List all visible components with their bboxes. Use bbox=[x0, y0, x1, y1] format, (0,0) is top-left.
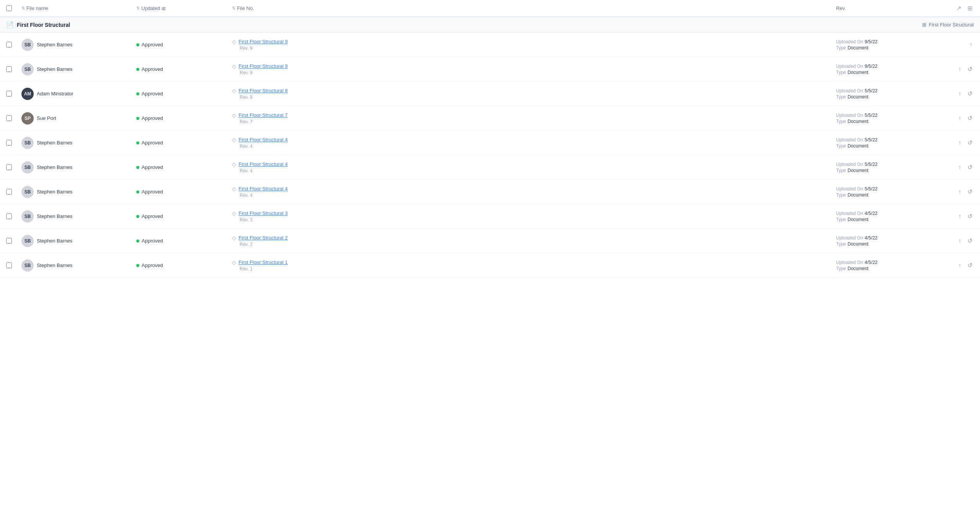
user-cell: SB Stephen Barnes bbox=[21, 161, 136, 174]
file-link-wrapper: ◇ First Floor Structural 1 bbox=[232, 259, 366, 266]
sort-icon-updated: ⇅ bbox=[136, 6, 140, 11]
status-text: Approved bbox=[142, 66, 163, 72]
status-dot bbox=[136, 117, 139, 120]
row-checkbox-cell[interactable] bbox=[6, 115, 21, 121]
row-checkbox-cell[interactable] bbox=[6, 262, 21, 268]
file-link[interactable]: First Floor Structural 9 bbox=[238, 63, 288, 69]
file-link[interactable]: First Floor Structural 4 bbox=[238, 137, 288, 143]
upload-action-btn[interactable]: ↑ bbox=[957, 261, 963, 270]
upload-action-btn[interactable]: ↑ bbox=[957, 64, 963, 74]
row-checkbox[interactable] bbox=[6, 262, 12, 268]
upload-action-btn[interactable]: ↑ bbox=[968, 40, 974, 50]
file-no-header[interactable]: ⇅ File No. bbox=[232, 5, 366, 11]
row-checkbox-cell[interactable] bbox=[6, 66, 21, 72]
upload-action-btn[interactable]: ↑ bbox=[957, 162, 963, 172]
row-checkbox-cell[interactable] bbox=[6, 42, 21, 48]
type-value: Document bbox=[848, 45, 869, 51]
restore-action-btn[interactable]: ↺ bbox=[966, 89, 974, 99]
uploaded-label: Uploaded On bbox=[836, 186, 863, 192]
meta-cell: Uploaded On 4/5/22 Type Document bbox=[836, 235, 943, 247]
status-cell: Approved bbox=[136, 213, 232, 219]
updated-at-header[interactable]: ⇅ Updated at bbox=[136, 5, 232, 11]
restore-action-btn[interactable]: ↺ bbox=[966, 260, 974, 270]
restore-action-btn[interactable]: ↺ bbox=[966, 162, 974, 172]
row-checkbox[interactable] bbox=[6, 213, 12, 219]
file-link[interactable]: First Floor Structural 4 bbox=[238, 186, 288, 192]
restore-action-btn[interactable]: ↺ bbox=[966, 236, 974, 246]
file-link[interactable]: First Floor Structural 9 bbox=[238, 39, 288, 44]
file-diamond-icon: ◇ bbox=[232, 186, 236, 192]
uploaded-value: 5/5/22 bbox=[865, 162, 877, 167]
uploaded-value: 9/5/22 bbox=[865, 64, 877, 69]
rev-label: Rev. bbox=[836, 5, 846, 11]
section-action[interactable]: ⊞ First Floor Structural bbox=[922, 22, 974, 28]
add-icon[interactable]: ⊞ bbox=[966, 3, 974, 13]
upload-action-btn[interactable]: ↑ bbox=[957, 236, 963, 246]
row-checkbox[interactable] bbox=[6, 42, 12, 48]
row-checkbox[interactable] bbox=[6, 238, 12, 244]
type-label: Type bbox=[836, 94, 846, 100]
upload-action-btn[interactable]: ↑ bbox=[957, 138, 963, 148]
row-checkbox-cell[interactable] bbox=[6, 164, 21, 170]
file-no-label: File No. bbox=[237, 5, 254, 11]
uploaded-value: 5/5/22 bbox=[865, 186, 877, 192]
row-checkbox-cell[interactable] bbox=[6, 213, 21, 219]
restore-action-btn[interactable]: ↺ bbox=[966, 113, 974, 123]
file-diamond-icon: ◇ bbox=[232, 259, 236, 266]
row-checkbox[interactable] bbox=[6, 66, 12, 72]
user-name: Stephen Barnes bbox=[37, 66, 72, 72]
user-cell: SB Stephen Barnes bbox=[21, 259, 136, 272]
restore-action-btn[interactable]: ↺ bbox=[966, 64, 974, 74]
meta-cell: Uploaded On 5/5/22 Type Document bbox=[836, 162, 943, 173]
file-link[interactable]: First Floor Structural 4 bbox=[238, 161, 288, 167]
restore-action-btn[interactable]: ↺ bbox=[966, 138, 974, 148]
file-link[interactable]: First Floor Structural 2 bbox=[238, 235, 288, 241]
meta-uploaded: Uploaded On 5/5/22 bbox=[836, 186, 943, 192]
user-cell: SB Stephen Barnes bbox=[21, 235, 136, 247]
row-checkbox-cell[interactable] bbox=[6, 238, 21, 244]
file-link[interactable]: First Floor Structural 1 bbox=[238, 259, 288, 265]
row-checkbox-cell[interactable] bbox=[6, 189, 21, 195]
status-dot bbox=[136, 68, 139, 71]
uploaded-label: Uploaded On bbox=[836, 260, 863, 265]
meta-cell: Uploaded On 5/5/22 Type Document bbox=[836, 186, 943, 198]
type-value: Document bbox=[848, 241, 869, 247]
upload-action-btn[interactable]: ↑ bbox=[957, 187, 963, 197]
actions-cell: ↑ ↺ bbox=[943, 236, 974, 246]
upload-action-btn[interactable]: ↑ bbox=[957, 113, 963, 123]
rev-header[interactable]: Rev. bbox=[836, 5, 943, 11]
upload-action-btn[interactable]: ↑ bbox=[957, 89, 963, 99]
file-cell: ◇ First Floor Structural 9 Rev. 9 bbox=[232, 39, 366, 51]
meta-cell: Uploaded On 4/5/22 Type Document bbox=[836, 260, 943, 271]
uploaded-value: 4/5/22 bbox=[865, 211, 877, 216]
row-checkbox[interactable] bbox=[6, 164, 12, 170]
restore-action-btn[interactable]: ↺ bbox=[966, 211, 974, 221]
table-row: SB Stephen Barnes Approved ◇ First Floor… bbox=[0, 180, 980, 204]
upload-action-btn[interactable]: ↑ bbox=[957, 211, 963, 221]
header-checkbox-cell[interactable] bbox=[6, 5, 21, 11]
row-checkbox[interactable] bbox=[6, 140, 12, 146]
file-cell: ◇ First Floor Structural 4 Rev. 4 bbox=[232, 137, 366, 149]
file-name-header[interactable]: ⇅ File name bbox=[21, 5, 136, 11]
meta-type: Type Document bbox=[836, 94, 943, 100]
uploaded-label: Uploaded On bbox=[836, 211, 863, 216]
file-link[interactable]: First Floor Structural 7 bbox=[238, 112, 288, 118]
row-checkbox-cell[interactable] bbox=[6, 91, 21, 97]
row-checkbox-cell[interactable] bbox=[6, 140, 21, 146]
row-checkbox[interactable] bbox=[6, 115, 12, 121]
restore-action-btn[interactable]: ↺ bbox=[966, 187, 974, 197]
status-cell: Approved bbox=[136, 164, 232, 170]
meta-type: Type Document bbox=[836, 70, 943, 75]
avatar: SB bbox=[21, 235, 34, 247]
row-checkbox[interactable] bbox=[6, 91, 12, 97]
row-checkbox[interactable] bbox=[6, 189, 12, 195]
select-all-checkbox[interactable] bbox=[6, 5, 12, 11]
file-link[interactable]: First Floor Structural 3 bbox=[238, 210, 288, 216]
expand-icon[interactable]: ↗ bbox=[955, 3, 963, 13]
file-diamond-icon: ◇ bbox=[232, 88, 236, 94]
file-link[interactable]: First Floor Structural 8 bbox=[238, 88, 288, 93]
file-link-wrapper: ◇ First Floor Structural 9 bbox=[232, 63, 366, 69]
uploaded-value: 9/5/22 bbox=[865, 39, 877, 44]
file-link-wrapper: ◇ First Floor Structural 4 bbox=[232, 137, 366, 143]
status-cell: Approved bbox=[136, 91, 232, 97]
